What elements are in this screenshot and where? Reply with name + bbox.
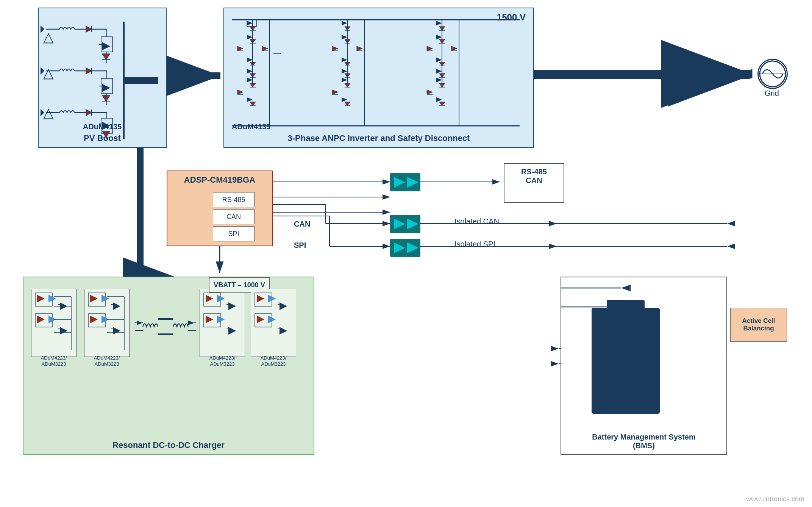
charger-title-label: Resonant DC-to-DC Charger	[23, 440, 314, 450]
svg-marker-131	[345, 83, 350, 87]
svg-marker-41	[102, 54, 110, 59]
spi-iso-svg	[390, 239, 420, 257]
svg-marker-209	[228, 302, 236, 310]
svg-marker-130	[342, 78, 347, 82]
svg-marker-221	[280, 327, 287, 335]
svg-marker-91	[342, 35, 347, 39]
dsp-label: ADSP-CM419BGA	[167, 175, 272, 185]
charger-sub3: ADuM4223/ADuM3223	[200, 289, 245, 357]
can-iso-svg	[390, 215, 420, 233]
grid-text-label: Grid	[755, 89, 789, 98]
charger-sub2-label: ADuM4223/ADuM3223	[84, 355, 129, 367]
svg-marker-123	[250, 83, 256, 87]
svg-marker-127	[247, 97, 253, 102]
svg-marker-168	[37, 316, 45, 323]
transformer-svg	[135, 300, 196, 353]
svg-marker-80	[247, 58, 253, 62]
charger-sub4-label: ADuM4223/ADuM3223	[251, 355, 296, 367]
svg-marker-219	[280, 302, 287, 310]
svg-marker-181	[90, 295, 98, 302]
diagram: △ △ △ ADuM4135 PV Boost 1500 V	[0, 0, 812, 507]
svg-marker-108	[436, 35, 442, 39]
svg-marker-207	[206, 316, 213, 323]
pv-boost-block: △ △ △ ADuM4135 PV Boost	[38, 8, 167, 148]
battery-icon	[592, 308, 660, 414]
svg-marker-33	[86, 26, 92, 32]
isolated-spi-label: Isolated SPI	[454, 240, 495, 249]
acb-label: Active CellBalancing	[742, 317, 775, 332]
inverter-block: 1500 V	[223, 8, 534, 148]
grid-svg	[759, 60, 787, 88]
bms-block: Active CellBalancing Battery Management …	[561, 277, 727, 455]
svg-marker-76	[237, 46, 243, 51]
svg-marker-98	[342, 58, 347, 62]
charger-sub3-label: ADuM4223/ADuM3223	[200, 355, 245, 367]
svg-marker-125	[237, 90, 243, 94]
can-ext-label: CAN	[504, 176, 564, 185]
svg-marker-133	[332, 90, 338, 94]
isolated-can-label: Isolated CAN	[454, 217, 499, 226]
rs485-isolator	[390, 173, 420, 191]
svg-marker-202	[188, 321, 194, 325]
svg-marker-118	[436, 69, 442, 74]
svg-marker-39	[102, 42, 110, 50]
charger-block: ADuM4223/ADuM3223 ADuM4223/ADu	[23, 277, 314, 455]
charger-sub1: ADuM4223/ADuM3223	[31, 289, 77, 357]
svg-marker-211	[228, 327, 236, 335]
svg-marker-204	[206, 295, 213, 302]
svg-marker-115	[436, 58, 442, 62]
svg-marker-111	[427, 46, 433, 51]
svg-marker-217	[257, 316, 264, 323]
rs485-iface-box: RS-485	[213, 192, 255, 207]
vbatt-text: VBATT – 1000 V	[214, 281, 265, 289]
svg-marker-138	[436, 78, 442, 82]
svg-marker-105	[436, 21, 442, 25]
svg-marker-128	[250, 102, 256, 106]
svg-marker-56	[102, 84, 110, 92]
svg-marker-176	[60, 327, 67, 335]
svg-marker-83	[247, 69, 253, 74]
pv-internal-svg	[41, 10, 162, 139]
svg-marker-191	[113, 327, 120, 335]
inverter-title-label: 3-Phase ANPC Inverter and Safety Disconn…	[224, 133, 533, 143]
inverter-internal-svg	[232, 16, 520, 130]
svg-marker-101	[342, 69, 347, 74]
svg-marker-113	[451, 46, 457, 51]
charger-sub1-label: ADuM4223/ADuM3223	[31, 355, 76, 367]
dsp-block: ADSP-CM419BGA RS-485 CAN SPI	[167, 171, 273, 246]
can-line-label: CAN	[294, 220, 310, 228]
svg-marker-88	[342, 21, 347, 25]
rs485-can-block: RS-485 CAN	[504, 163, 564, 203]
svg-marker-45	[86, 68, 92, 74]
charger-sub4: ADuM4223/ADuM3223	[251, 289, 296, 357]
rs485-iso-svg	[390, 173, 420, 191]
rs485-ext-label: RS-485	[504, 167, 564, 176]
rs485-can-label: RS-485 CAN	[504, 164, 564, 185]
svg-marker-143	[436, 97, 442, 102]
transformer	[135, 300, 196, 353]
svg-marker-174	[60, 302, 67, 310]
charger-sub2-svg	[86, 291, 128, 352]
svg-marker-201	[137, 321, 143, 325]
pv-adum-label: ADuM4135	[39, 122, 166, 131]
can-isolator	[390, 215, 420, 233]
spi-iface-box: SPI	[213, 226, 255, 241]
pv-boost-label: PV Boost	[39, 133, 166, 143]
charger-sub2: ADuM4223/ADuM3223	[84, 289, 130, 357]
svg-marker-214	[257, 295, 264, 302]
charger-sub1-svg	[33, 291, 75, 352]
svg-marker-141	[427, 90, 433, 94]
svg-marker-70	[247, 21, 253, 25]
phase-symbol-3: △	[43, 105, 54, 121]
svg-marker-165	[37, 295, 45, 302]
charger-sub4-svg	[253, 291, 295, 352]
can-iface-box: CAN	[213, 209, 255, 224]
svg-marker-50	[86, 110, 92, 116]
svg-marker-184	[90, 316, 98, 323]
svg-marker-94	[332, 46, 338, 51]
charger-sub3-svg	[202, 291, 244, 352]
svg-marker-189	[113, 302, 120, 310]
svg-marker-135	[342, 97, 347, 102]
inverter-adum-label: ADuM4135	[232, 122, 270, 131]
bms-title-label: Battery Management System(BMS)	[561, 433, 726, 450]
